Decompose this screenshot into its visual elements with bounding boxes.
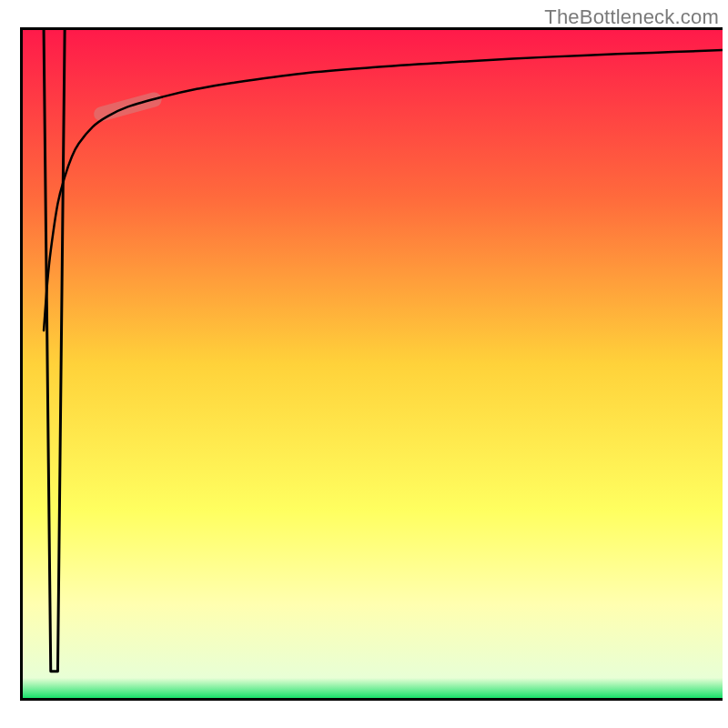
- plot-frame: [20, 27, 723, 701]
- gradient-background: [23, 30, 723, 698]
- chart-stage: TheBottleneck.com: [0, 0, 728, 728]
- attribution-label: TheBottleneck.com: [544, 5, 719, 29]
- plot-area: [23, 30, 723, 698]
- plot-svg: [23, 30, 723, 698]
